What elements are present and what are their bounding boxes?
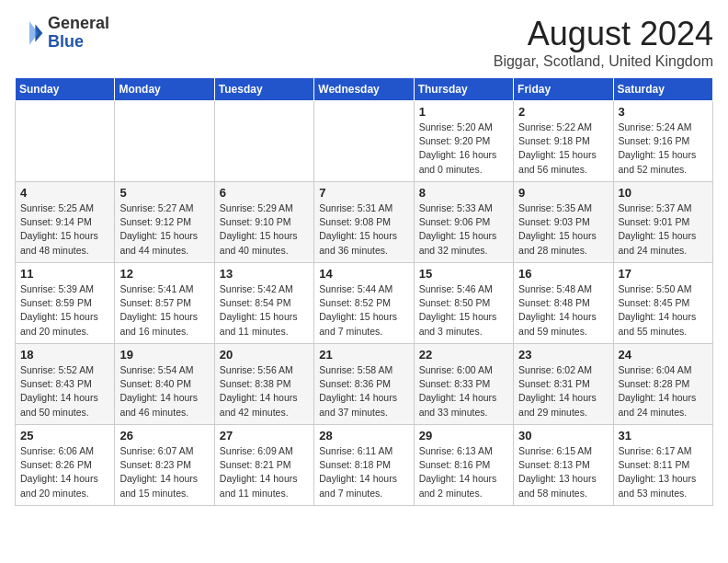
header-cell-wednesday: Wednesday	[314, 78, 414, 101]
day-number: 16	[518, 267, 608, 281]
day-cell: 3Sunrise: 5:24 AMSunset: 9:16 PMDaylight…	[613, 101, 712, 182]
day-cell: 12Sunrise: 5:41 AMSunset: 8:57 PMDayligh…	[115, 263, 214, 344]
logo-blue: Blue	[48, 33, 109, 52]
day-cell: 29Sunrise: 6:13 AMSunset: 8:16 PMDayligh…	[414, 425, 513, 506]
day-info: Sunrise: 6:07 AMSunset: 8:23 PMDaylight:…	[119, 444, 209, 500]
day-info: Sunrise: 5:37 AMSunset: 9:01 PMDaylight:…	[619, 201, 708, 258]
logo-text: General Blue	[48, 15, 109, 52]
day-number: 19	[119, 348, 209, 362]
day-cell: 4Sunrise: 5:25 AMSunset: 9:14 PMDaylight…	[16, 182, 115, 263]
day-info: Sunrise: 6:11 AMSunset: 8:18 PMDaylight:…	[319, 444, 408, 500]
day-number: 25	[20, 429, 109, 442]
day-cell: 19Sunrise: 5:54 AMSunset: 8:40 PMDayligh…	[115, 344, 214, 425]
day-info: Sunrise: 5:27 AMSunset: 9:12 PMDaylight:…	[119, 201, 209, 258]
day-cell: 10Sunrise: 5:37 AMSunset: 9:01 PMDayligh…	[613, 182, 712, 263]
day-cell: 23Sunrise: 6:02 AMSunset: 8:31 PMDayligh…	[514, 344, 613, 425]
day-cell: 6Sunrise: 5:29 AMSunset: 9:10 PMDaylight…	[214, 182, 313, 263]
day-info: Sunrise: 5:25 AMSunset: 9:14 PMDaylight:…	[20, 201, 109, 258]
day-number: 2	[518, 105, 608, 119]
day-cell: 24Sunrise: 6:04 AMSunset: 8:28 PMDayligh…	[613, 344, 712, 425]
day-number: 29	[419, 429, 508, 442]
day-number: 11	[20, 267, 109, 281]
week-row-2: 4Sunrise: 5:25 AMSunset: 9:14 PMDaylight…	[16, 182, 713, 263]
day-number: 1	[419, 105, 508, 119]
day-cell	[115, 101, 214, 182]
week-row-3: 11Sunrise: 5:39 AMSunset: 8:59 PMDayligh…	[16, 263, 713, 344]
day-cell: 11Sunrise: 5:39 AMSunset: 8:59 PMDayligh…	[16, 263, 115, 344]
day-info: Sunrise: 5:20 AMSunset: 9:20 PMDaylight:…	[419, 121, 508, 177]
day-cell: 28Sunrise: 6:11 AMSunset: 8:18 PMDayligh…	[314, 425, 414, 506]
day-info: Sunrise: 5:42 AMSunset: 8:54 PMDaylight:…	[220, 282, 309, 339]
header-cell-sunday: Sunday	[16, 78, 115, 101]
day-number: 10	[619, 186, 708, 200]
day-number: 22	[419, 348, 508, 362]
header-cell-friday: Friday	[514, 78, 613, 101]
day-cell: 9Sunrise: 5:35 AMSunset: 9:03 PMDaylight…	[514, 182, 613, 263]
calendar-header: SundayMondayTuesdayWednesdayThursdayFrid…	[16, 78, 713, 101]
day-info: Sunrise: 5:48 AMSunset: 8:48 PMDaylight:…	[518, 282, 608, 339]
day-number: 18	[20, 348, 109, 362]
day-info: Sunrise: 5:44 AMSunset: 8:52 PMDaylight:…	[319, 282, 408, 339]
header-cell-saturday: Saturday	[613, 78, 712, 101]
week-row-1: 1Sunrise: 5:20 AMSunset: 9:20 PMDaylight…	[16, 101, 713, 182]
day-info: Sunrise: 5:52 AMSunset: 8:43 PMDaylight:…	[20, 363, 109, 419]
calendar-table: SundayMondayTuesdayWednesdayThursdayFrid…	[15, 77, 713, 506]
logo: General Blue	[15, 15, 109, 52]
day-number: 14	[319, 267, 408, 281]
day-cell: 13Sunrise: 5:42 AMSunset: 8:54 PMDayligh…	[214, 263, 313, 344]
header-row: SundayMondayTuesdayWednesdayThursdayFrid…	[16, 78, 713, 101]
logo-general: General	[48, 15, 109, 33]
day-info: Sunrise: 5:22 AMSunset: 9:18 PMDaylight:…	[518, 121, 608, 177]
day-info: Sunrise: 5:46 AMSunset: 8:50 PMDaylight:…	[419, 282, 508, 339]
day-cell: 14Sunrise: 5:44 AMSunset: 8:52 PMDayligh…	[314, 263, 414, 344]
day-cell: 21Sunrise: 5:58 AMSunset: 8:36 PMDayligh…	[314, 344, 414, 425]
day-number: 7	[319, 186, 408, 200]
day-cell: 20Sunrise: 5:56 AMSunset: 8:38 PMDayligh…	[214, 344, 313, 425]
day-info: Sunrise: 6:15 AMSunset: 8:13 PMDaylight:…	[518, 444, 608, 500]
day-number: 20	[220, 348, 309, 362]
day-info: Sunrise: 6:09 AMSunset: 8:21 PMDaylight:…	[220, 444, 309, 500]
day-info: Sunrise: 6:13 AMSunset: 8:16 PMDaylight:…	[419, 444, 508, 500]
day-info: Sunrise: 5:24 AMSunset: 9:16 PMDaylight:…	[619, 121, 708, 177]
day-info: Sunrise: 5:58 AMSunset: 8:36 PMDaylight:…	[319, 363, 408, 419]
header-cell-thursday: Thursday	[414, 78, 513, 101]
day-number: 5	[119, 186, 209, 200]
day-info: Sunrise: 6:00 AMSunset: 8:33 PMDaylight:…	[419, 363, 508, 419]
day-number: 15	[419, 267, 508, 281]
header-cell-tuesday: Tuesday	[214, 78, 313, 101]
svg-marker-1	[29, 21, 39, 45]
day-cell: 7Sunrise: 5:31 AMSunset: 9:08 PMDaylight…	[314, 182, 414, 263]
day-number: 13	[220, 267, 309, 281]
day-number: 30	[518, 429, 608, 442]
logo-icon	[15, 18, 44, 48]
day-info: Sunrise: 6:02 AMSunset: 8:31 PMDaylight:…	[518, 363, 608, 419]
day-info: Sunrise: 5:41 AMSunset: 8:57 PMDaylight:…	[119, 282, 209, 339]
day-info: Sunrise: 5:31 AMSunset: 9:08 PMDaylight:…	[319, 201, 408, 258]
day-cell: 25Sunrise: 6:06 AMSunset: 8:26 PMDayligh…	[16, 425, 115, 506]
day-cell: 5Sunrise: 5:27 AMSunset: 9:12 PMDaylight…	[115, 182, 214, 263]
day-cell: 26Sunrise: 6:07 AMSunset: 8:23 PMDayligh…	[115, 425, 214, 506]
day-number: 9	[518, 186, 608, 200]
title-block: August 2024 Biggar, Scotland, United Kin…	[494, 15, 713, 70]
day-number: 27	[220, 429, 309, 442]
day-cell	[16, 101, 115, 182]
day-info: Sunrise: 5:39 AMSunset: 8:59 PMDaylight:…	[20, 282, 109, 339]
day-cell: 1Sunrise: 5:20 AMSunset: 9:20 PMDaylight…	[414, 101, 513, 182]
day-number: 8	[419, 186, 508, 200]
day-cell: 8Sunrise: 5:33 AMSunset: 9:06 PMDaylight…	[414, 182, 513, 263]
day-info: Sunrise: 5:56 AMSunset: 8:38 PMDaylight:…	[220, 363, 309, 419]
day-cell: 31Sunrise: 6:17 AMSunset: 8:11 PMDayligh…	[613, 425, 712, 506]
day-number: 23	[518, 348, 608, 362]
day-number: 17	[619, 267, 708, 281]
day-info: Sunrise: 6:04 AMSunset: 8:28 PMDaylight:…	[619, 363, 708, 419]
day-number: 6	[220, 186, 309, 200]
day-cell	[314, 101, 414, 182]
day-number: 28	[319, 429, 408, 442]
day-info: Sunrise: 5:35 AMSunset: 9:03 PMDaylight:…	[518, 201, 608, 258]
day-cell: 17Sunrise: 5:50 AMSunset: 8:45 PMDayligh…	[613, 263, 712, 344]
day-info: Sunrise: 5:33 AMSunset: 9:06 PMDaylight:…	[419, 201, 508, 258]
week-row-5: 25Sunrise: 6:06 AMSunset: 8:26 PMDayligh…	[16, 425, 713, 506]
day-cell: 27Sunrise: 6:09 AMSunset: 8:21 PMDayligh…	[214, 425, 313, 506]
day-cell: 2Sunrise: 5:22 AMSunset: 9:18 PMDaylight…	[514, 101, 613, 182]
day-number: 4	[20, 186, 109, 200]
